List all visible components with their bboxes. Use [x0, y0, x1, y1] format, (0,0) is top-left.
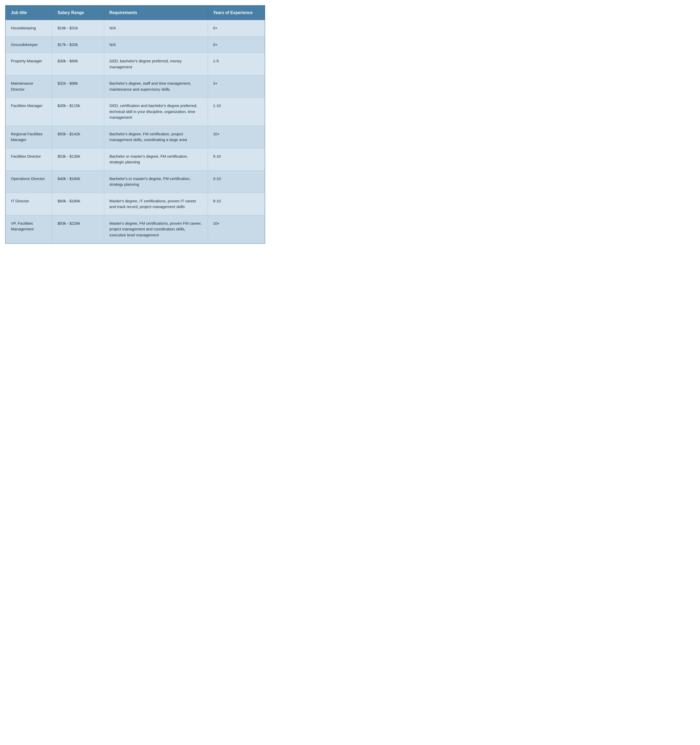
cell-salary-range: $17k - $32k — [52, 36, 104, 53]
cell-years-experience: 8-10 — [208, 193, 265, 215]
cell-requirements: Bachelor's or master's degree, FM certif… — [104, 171, 208, 193]
cell-job-title: Property Manager — [6, 53, 52, 75]
table-row: Property Manager$30k - $60kGED, bachelor… — [6, 53, 265, 75]
table-row: Regional Facilities Manager$50k - $142kB… — [6, 126, 265, 148]
cell-years-experience: 0+ — [208, 36, 265, 53]
cell-job-title: Housekeeping — [6, 20, 52, 37]
cell-requirements: Bachelor or master's degree, FM certific… — [104, 148, 208, 171]
table-row: Facilities Manager$45k - $115kGED, certi… — [6, 98, 265, 126]
table-row: Operations Director$40k - $160kBachelor'… — [6, 171, 265, 193]
cell-salary-range: $50k - $142k — [52, 126, 104, 148]
cell-requirements: GED, bachelor's degree preferred, money … — [104, 53, 208, 75]
cell-requirements: N/A — [104, 36, 208, 53]
cell-years-experience: 0+ — [208, 20, 265, 37]
cell-years-experience: 3-10 — [208, 171, 265, 193]
facilities-jobs-table: Job title Salary Range Requirements Year… — [6, 6, 265, 243]
cell-requirements: N/A — [104, 20, 208, 37]
cell-requirements: Master's degree, FM certifications, prov… — [104, 215, 208, 243]
cell-requirements: GED, certification and bachelor's degree… — [104, 98, 208, 126]
cell-salary-range: $53k - $130k — [52, 148, 104, 171]
cell-requirements: Bachelor's degree, FM certification, pro… — [104, 126, 208, 148]
table-row: Maintenance Director$32k - $86kBachelor'… — [6, 75, 265, 98]
header-job-title: Job title — [6, 6, 52, 20]
cell-job-title: Maintenance Director — [6, 75, 52, 98]
cell-job-title: VP, Facilities Management — [6, 215, 52, 243]
header-years-experience: Years of Experience — [208, 6, 265, 20]
cell-job-title: Operations Director — [6, 171, 52, 193]
cell-salary-range: $60k - $180k — [52, 193, 104, 215]
cell-years-experience: 3+ — [208, 75, 265, 98]
table-row: Housekeeping$16k - $31kN/A0+ — [6, 20, 265, 37]
table-body: Housekeeping$16k - $31kN/A0+Groundskeepe… — [6, 20, 265, 243]
cell-job-title: Facilities Manager — [6, 98, 52, 126]
cell-job-title: Facilities Director — [6, 148, 52, 171]
cell-years-experience: 10+ — [208, 126, 265, 148]
table-row: Groundskeeper$17k - $32kN/A0+ — [6, 36, 265, 53]
cell-years-experience: 10+ — [208, 215, 265, 243]
cell-job-title: Regional Facilities Manager — [6, 126, 52, 148]
cell-salary-range: $45k - $115k — [52, 98, 104, 126]
cell-salary-range: $32k - $86k — [52, 75, 104, 98]
main-table-container: Job title Salary Range Requirements Year… — [5, 5, 265, 244]
table-row: IT Director$60k - $180kMaster's degree, … — [6, 193, 265, 215]
cell-requirements: Master's degree, IT certifications, prov… — [104, 193, 208, 215]
cell-salary-range: $83k - $226k — [52, 215, 104, 243]
header-salary-range: Salary Range — [52, 6, 104, 20]
cell-job-title: IT Director — [6, 193, 52, 215]
cell-years-experience: 5-10 — [208, 148, 265, 171]
cell-requirements: Bachelor's degree, staff and time manage… — [104, 75, 208, 98]
table-header-row: Job title Salary Range Requirements Year… — [6, 6, 265, 20]
cell-salary-range: $40k - $160k — [52, 171, 104, 193]
header-requirements: Requirements — [104, 6, 208, 20]
table-row: VP, Facilities Management$83k - $226kMas… — [6, 215, 265, 243]
cell-salary-range: $16k - $31k — [52, 20, 104, 37]
cell-years-experience: 1-10 — [208, 98, 265, 126]
cell-years-experience: 1-5 — [208, 53, 265, 75]
cell-salary-range: $30k - $60k — [52, 53, 104, 75]
table-row: Facilities Director$53k - $130kBachelor … — [6, 148, 265, 171]
cell-job-title: Groundskeeper — [6, 36, 52, 53]
